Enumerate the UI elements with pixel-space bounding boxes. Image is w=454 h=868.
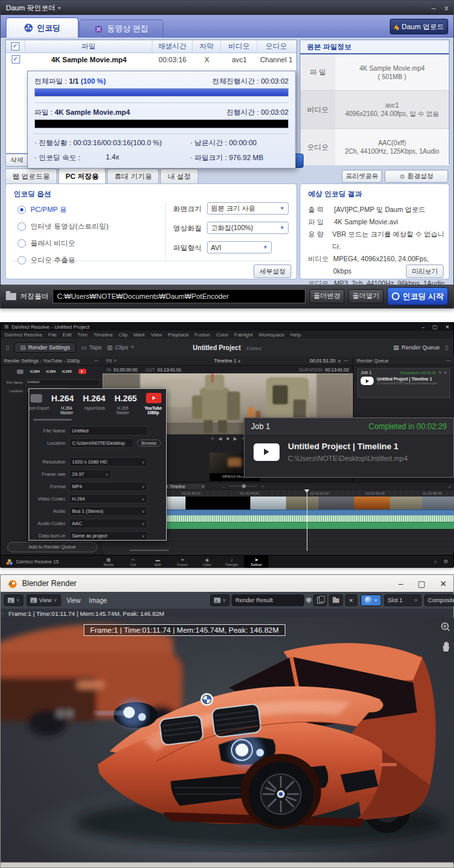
panel-toggle-icon[interactable]: ▯	[6, 344, 9, 351]
file-row-checkbox[interactable]: ✓	[12, 55, 20, 64]
browse-button[interactable]: Browse	[137, 440, 161, 447]
title-caret-icon[interactable]: ▾	[58, 5, 60, 11]
menu-item[interactable]: Clip	[119, 332, 128, 338]
screen-size-select[interactable]: 원본 크기 사용▼	[207, 202, 289, 215]
location-input[interactable]: C:\Users\NOTE\Desktop	[69, 438, 134, 448]
select-all-cell[interactable]: ✓	[6, 40, 25, 53]
datablock-name-field[interactable]: Render Result	[232, 594, 304, 606]
menu-item[interactable]: Fusion	[195, 332, 210, 338]
preset-name-active[interactable]: YouTube 1080p	[140, 406, 166, 415]
stop-button[interactable]: ■	[226, 436, 229, 441]
play-button[interactable]: ▶	[233, 436, 237, 441]
delete-button[interactable]: 삭제	[5, 154, 29, 167]
framerate-select[interactable]: 29.97∨	[69, 469, 112, 479]
col-file[interactable]: 파일	[25, 40, 152, 53]
preset-h265-master[interactable]: H.265	[114, 393, 137, 403]
radio-audio-extract[interactable]: 오디오 추출용	[18, 255, 75, 265]
resolve-titlebar[interactable]: DaVinci Resolve - Untitled Project – ▢ ✕	[1, 323, 453, 331]
custom-export-icon[interactable]	[30, 394, 42, 403]
settings-button[interactable]: ⚙ 환경설정	[385, 170, 448, 183]
scene-select[interactable]: ∨	[361, 594, 381, 606]
menu-item[interactable]: DaVinci Resolve	[5, 332, 43, 338]
file-row[interactable]: ✓ 4K Sample Movie.mp4 00:03:16 X avc1 Ch…	[6, 53, 296, 65]
render-queue-button[interactable]: ▤Render Queue	[393, 344, 440, 351]
select-all-checkbox[interactable]: ✓	[11, 42, 19, 51]
panel-chevron-icon[interactable]: ›	[1, 611, 3, 616]
preset-mini[interactable]: H.264	[30, 369, 40, 373]
preset-hyperdeck[interactable]: H.264	[83, 393, 106, 403]
right-panel-toggle-icon[interactable]: ▯	[445, 344, 448, 351]
preview-button[interactable]: 미리보기	[406, 264, 444, 278]
preset-name[interactable]: H.264 Master	[55, 406, 78, 415]
timeline-zoom-slider[interactable]	[229, 486, 257, 487]
radio-icon[interactable]	[18, 205, 26, 214]
format-select[interactable]: MP4∨	[69, 482, 148, 491]
chevron-down-icon[interactable]: ∨	[338, 358, 340, 363]
project-settings-icon[interactable]: ⚙	[444, 559, 448, 565]
add-to-render-queue-button[interactable]: Add to Render Queue	[7, 542, 97, 552]
playhead[interactable]	[307, 489, 307, 551]
minimize-button[interactable]: –	[422, 324, 424, 330]
pan-hand-icon[interactable]	[440, 641, 451, 652]
viewer-menu-icon[interactable]: ⋯	[344, 358, 349, 364]
zoom-out-icon[interactable]: –	[222, 484, 225, 489]
preset-name[interactable]: Custom Export	[29, 406, 49, 415]
preset-h264-master[interactable]: H.264	[51, 393, 74, 403]
col-duration[interactable]: 재생시간	[152, 40, 193, 53]
resolution-select[interactable]: 1920 x 1080 HD∨	[69, 457, 148, 467]
burnin-select[interactable]: Same as project∨	[69, 531, 148, 541]
file-name-input[interactable]: Untitled	[25, 379, 100, 386]
maximize-button[interactable]: ▢	[433, 324, 438, 330]
preset-share-button[interactable]: 프리셋공유	[342, 170, 382, 183]
preset-tab-pc[interactable]: PC 저장용	[58, 168, 106, 184]
radio-pc-pmp[interactable]: PC/PMP 용	[18, 205, 67, 215]
unlink-button[interactable]: ✕	[345, 594, 357, 606]
job-card[interactable]: Job 1 Completed in 00:02:29 ✎ ✕ Untitled…	[357, 368, 450, 398]
project-manager-icon[interactable]: ⌂	[434, 559, 437, 565]
open-image-button[interactable]	[329, 594, 343, 606]
page-tab-fairlight[interactable]: ♪Fairlight	[219, 556, 244, 568]
preset-tab-mobile[interactable]: 휴대 기기용	[107, 169, 159, 183]
detail-settings-button[interactable]: 세부설정	[254, 264, 291, 278]
radio-icon[interactable]	[18, 256, 26, 264]
queue-menu-icon[interactable]: ⋯	[446, 358, 451, 364]
close-button[interactable]: x	[445, 4, 449, 12]
start-encoding-button[interactable]: 인코딩 시작	[387, 287, 448, 305]
page-tab-fusion[interactable]: ✦Fusion	[170, 556, 195, 568]
page-tab-media[interactable]: ▦Media	[96, 556, 121, 568]
page-tab-color[interactable]: ◉Color	[195, 556, 219, 568]
preset-tab-my[interactable]: 내 설정	[160, 169, 198, 183]
save-path-input[interactable]: C:₩Users₩NOTE₩Documents₩Daum₩PotEncoder	[53, 289, 305, 303]
youtube-preset-icon[interactable]	[146, 393, 161, 403]
fake-user-shield-icon[interactable]	[306, 598, 311, 604]
preset-scrollbar[interactable]	[33, 419, 72, 421]
image-datablock-icon-button[interactable]: ∨	[210, 594, 230, 606]
audio-codec-select[interactable]: AAC∨	[69, 519, 148, 528]
menu-item[interactable]: Edit	[62, 332, 71, 338]
menu-item[interactable]: File	[49, 332, 57, 338]
radio-streaming[interactable]: 인터넷 동영상(스트리밍)	[18, 222, 108, 231]
editor-type-select[interactable]: ∨	[4, 594, 23, 606]
video-codec-select[interactable]: H.264∨	[69, 494, 148, 504]
page-tab-deliver[interactable]: ➤Deliver	[244, 556, 269, 568]
timeline-scrollbar[interactable]	[130, 550, 169, 551]
panel-menu-icon[interactable]: ⋯	[94, 358, 99, 364]
step-back-button[interactable]: ◀	[218, 436, 221, 441]
preset-mini[interactable]: H.264	[46, 369, 56, 373]
tape-button[interactable]: ▭Tape	[81, 344, 102, 351]
audio-select[interactable]: Bus 1 (Stereo)∨	[69, 506, 148, 516]
preset-tab-web[interactable]: 웹 업로드용	[5, 169, 57, 183]
menu-item[interactable]: Workspace	[259, 332, 285, 338]
quality-select[interactable]: 고화질(100%)▼	[207, 222, 289, 234]
menu-item[interactable]: Color	[216, 332, 228, 338]
clips-button[interactable]: ▥Clips∨	[107, 344, 134, 351]
minimize-button[interactable]: –	[399, 579, 403, 589]
view-mode-select[interactable]: View∨	[27, 594, 60, 606]
zoom-in-icon[interactable]: +	[261, 484, 264, 489]
daum-upload-button[interactable]: Daum 업로드	[390, 19, 448, 34]
open-folder-button[interactable]: 폴더열기	[348, 289, 383, 303]
file-row-check-cell[interactable]: ✓	[6, 53, 25, 65]
maximize-button[interactable]: ▢	[418, 579, 425, 589]
menu-item[interactable]: Timeline	[93, 332, 113, 338]
format-select[interactable]: AVI▼	[207, 241, 272, 253]
